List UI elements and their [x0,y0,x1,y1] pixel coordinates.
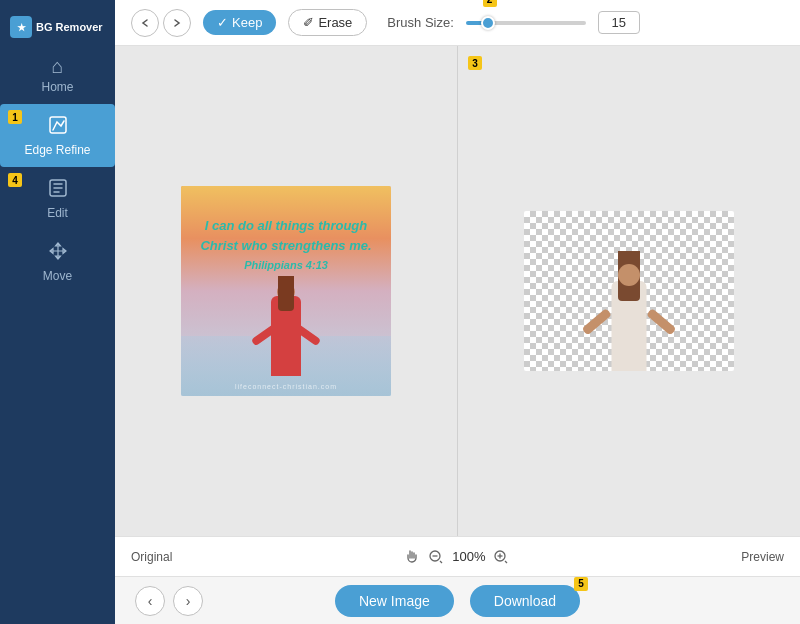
sidebar-label-home: Home [41,80,73,94]
prev-icon: ‹ [148,593,153,609]
edit-icon [47,177,69,202]
svg-line-4 [440,561,442,563]
zoom-controls: 100% [404,549,509,565]
back-button[interactable] [131,9,159,37]
sidebar-item-move[interactable]: Move [0,230,115,293]
erase-icon: ✐ [303,15,314,30]
forward-button[interactable] [163,9,191,37]
proc-head [618,264,640,286]
brush-size-label: Brush Size: [387,15,453,30]
hand-tool-button[interactable] [404,549,420,565]
nav-buttons [131,9,191,37]
edit-badge: 4 [8,173,22,187]
sidebar-item-home[interactable]: ⌂ Home [0,46,115,104]
brush-badge: 2 [483,0,497,7]
original-figure [246,256,326,376]
original-panel: I can do all things through Christ who s… [115,46,458,536]
erase-button[interactable]: ✐ Erase [288,9,367,36]
next-icon: › [186,593,191,609]
sidebar-item-edge-refine[interactable]: 1 Edge Refine [0,104,115,167]
keep-label: Keep [232,15,262,30]
new-image-button[interactable]: New Image [335,585,454,617]
app-logo: ★ BG Remover [0,8,115,46]
app-title: BG Remover [36,21,103,33]
proc-arm-right [646,308,676,335]
keep-icon: ✓ [217,15,228,30]
download-label: Download [494,593,556,609]
sidebar-item-edit[interactable]: 4 Edit [0,167,115,230]
move-icon [47,240,69,265]
preview-label: Preview [741,550,784,564]
footer-next-button[interactable]: › [173,586,203,616]
processed-figure [569,226,689,371]
sidebar-label-move: Move [43,269,72,283]
home-icon: ⌂ [51,56,63,76]
brush-value-display[interactable]: 15 [598,11,640,34]
sidebar-label-edit: Edit [47,206,68,220]
original-label: Original [131,550,172,564]
keep-button[interactable]: ✓ Keep [203,10,276,35]
toolbar: ✓ Keep ✐ Erase Brush Size: 2 15 [115,0,800,46]
download-button[interactable]: Download [470,585,580,617]
brush-size-control: 2 [466,21,586,25]
zoom-in-button[interactable] [493,549,509,565]
edge-refine-icon [47,114,69,139]
figure-hair [278,276,294,311]
footer-prev-button[interactable]: ‹ [135,586,165,616]
proc-arm-left [582,308,612,335]
logo-icon: ★ [10,16,32,38]
zoom-out-button[interactable] [428,549,444,565]
footer-badge: 5 [574,577,588,591]
bottom-bar: Original 100% [115,536,800,576]
image-watermark: lifeconnect-christian.com [181,383,391,390]
main-panel: ✓ Keep ✐ Erase Brush Size: 2 15 [115,0,800,624]
processed-image [524,211,734,371]
svg-rect-0 [50,117,66,133]
edge-refine-badge: 1 [8,110,22,124]
new-image-label: New Image [359,593,430,609]
footer: ‹ › New Image 5 Download [115,576,800,624]
processed-panel: 3 [458,46,800,536]
processed-panel-badge: 3 [468,56,482,70]
original-image: I can do all things through Christ who s… [181,186,391,396]
brush-slider[interactable] [466,21,586,25]
footer-nav: ‹ › [135,586,203,616]
sidebar-label-edge-refine: Edge Refine [24,143,90,157]
erase-label: Erase [318,15,352,30]
canvas-area: I can do all things through Christ who s… [115,46,800,536]
svg-line-8 [505,561,507,563]
sidebar: ★ BG Remover ⌂ Home 1 Edge Refine 4 Edit [0,0,115,624]
zoom-value: 100% [452,549,485,564]
